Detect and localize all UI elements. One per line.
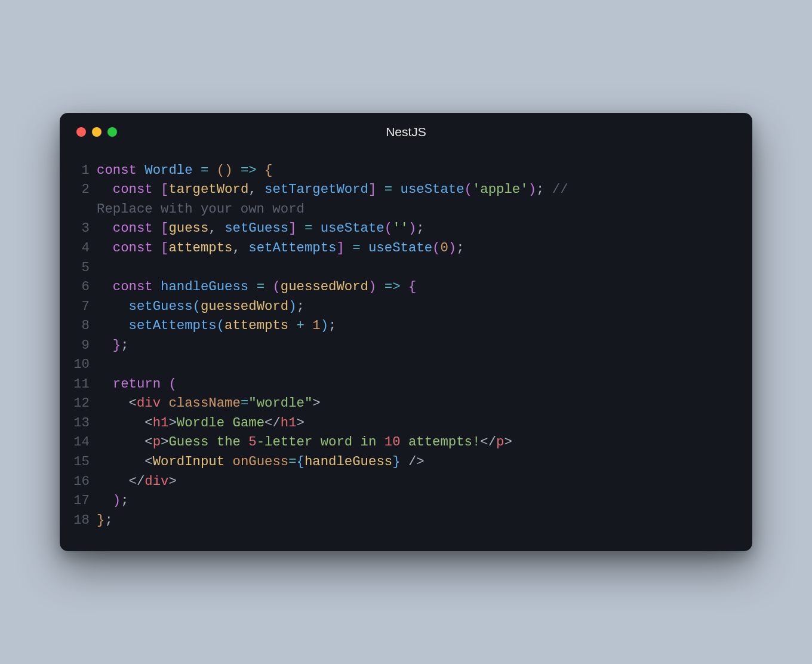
- code-line[interactable]: 11 return (: [70, 374, 736, 394]
- line-number: 13: [70, 413, 97, 433]
- code-line[interactable]: 2 const [targetWord, setTargetWord] = us…: [70, 180, 736, 199]
- window-title: NestJS: [60, 125, 752, 139]
- code-editor[interactable]: 1const Wordle = () => {2 const [targetWo…: [60, 152, 752, 530]
- line-number: 16: [70, 472, 97, 491]
- code-line[interactable]: 3 const [guess, setGuess] = useState('')…: [70, 219, 736, 238]
- line-number: 6: [70, 277, 97, 297]
- line-source[interactable]: const [guess, setGuess] = useState('');: [97, 219, 736, 238]
- line-source[interactable]: return (: [97, 374, 736, 394]
- line-number: 1: [70, 161, 97, 180]
- code-line[interactable]: 4 const [attempts, setAttempts] = useSta…: [70, 238, 736, 258]
- line-source[interactable]: <div className="wordle">: [97, 394, 736, 413]
- code-line[interactable]: 6 const handleGuess = (guessedWord) => {: [70, 277, 736, 297]
- code-line[interactable]: 13 <h1>Wordle Game</h1>: [70, 413, 736, 433]
- line-source[interactable]: Replace with your own word: [97, 199, 736, 219]
- line-source[interactable]: setGuess(guessedWord);: [97, 297, 736, 316]
- line-number: 2: [70, 180, 97, 199]
- line-source[interactable]: };: [97, 336, 736, 355]
- line-number: 8: [70, 316, 97, 336]
- code-line[interactable]: 15 <WordInput onGuess={handleGuess} />: [70, 452, 736, 472]
- line-source[interactable]: <p>Guess the 5-letter word in 10 attempt…: [97, 432, 736, 452]
- line-source[interactable]: const Wordle = () => {: [97, 161, 736, 180]
- line-number: 11: [70, 374, 97, 394]
- window-dots: [76, 127, 117, 137]
- line-number: 10: [70, 355, 97, 374]
- code-line[interactable]: 12 <div className="wordle">: [70, 394, 736, 413]
- code-window: NestJS 1const Wordle = () => {2 const [t…: [60, 113, 752, 551]
- line-source[interactable]: setAttempts(attempts + 1);: [97, 316, 736, 336]
- code-line[interactable]: 16 </div>: [70, 472, 736, 491]
- code-line[interactable]: 8 setAttempts(attempts + 1);: [70, 316, 736, 336]
- line-number: 18: [70, 511, 97, 530]
- titlebar: NestJS: [60, 127, 752, 152]
- close-icon[interactable]: [76, 127, 86, 137]
- line-source[interactable]: );: [97, 491, 736, 511]
- code-line[interactable]: 5: [70, 258, 736, 278]
- code-line[interactable]: 9 };: [70, 336, 736, 355]
- code-line[interactable]: 1const Wordle = () => {: [70, 161, 736, 180]
- line-source[interactable]: <h1>Wordle Game</h1>: [97, 413, 736, 433]
- line-source[interactable]: const [targetWord, setTargetWord] = useS…: [97, 180, 736, 199]
- line-source[interactable]: [97, 355, 736, 374]
- line-number: 12: [70, 394, 97, 413]
- line-number: 14: [70, 432, 97, 452]
- code-line[interactable]: 14 <p>Guess the 5-letter word in 10 atte…: [70, 432, 736, 452]
- maximize-icon[interactable]: [107, 127, 117, 137]
- code-line[interactable]: 10: [70, 355, 736, 374]
- line-number: 4: [70, 238, 97, 258]
- line-number: 15: [70, 452, 97, 472]
- line-number: 5: [70, 258, 97, 278]
- line-source[interactable]: <WordInput onGuess={handleGuess} />: [97, 452, 736, 472]
- code-line[interactable]: 7 setGuess(guessedWord);: [70, 297, 736, 316]
- minimize-icon[interactable]: [92, 127, 102, 137]
- line-number: 3: [70, 219, 97, 238]
- line-source[interactable]: const handleGuess = (guessedWord) => {: [97, 277, 736, 297]
- code-line-wrap[interactable]: 2Replace with your own word: [70, 199, 736, 219]
- code-line[interactable]: 18};: [70, 511, 736, 530]
- line-number: 7: [70, 297, 97, 316]
- code-line[interactable]: 17 );: [70, 491, 736, 511]
- line-source[interactable]: [97, 258, 736, 278]
- line-source[interactable]: </div>: [97, 472, 736, 491]
- line-number: 17: [70, 491, 97, 511]
- line-source[interactable]: };: [97, 511, 736, 530]
- line-number: 9: [70, 336, 97, 355]
- line-source[interactable]: const [attempts, setAttempts] = useState…: [97, 238, 736, 258]
